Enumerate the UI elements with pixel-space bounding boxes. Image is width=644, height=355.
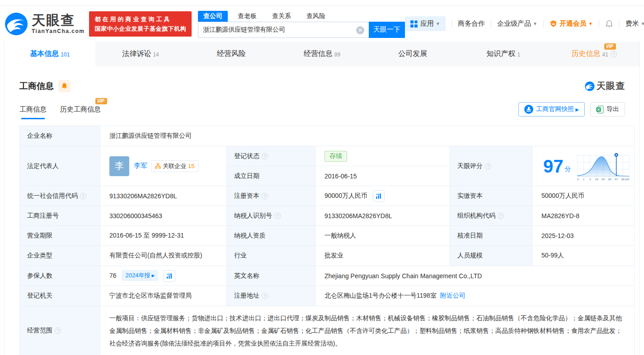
search-area: 查公司 查老板 查关系 查风险 ✕ 天眼一下	[198, 10, 405, 38]
company-name-value: 浙江鹏源供应链管理有限公司	[100, 126, 635, 146]
related-companies-badge[interactable]: 关联企业 15	[151, 160, 198, 172]
table-row: 企业名称 浙江鹏源供应链管理有限公司	[20, 126, 635, 146]
table-row: 法定代表人 李 李军 关联企业 15	[20, 146, 635, 166]
chevron-down-icon: ▼	[588, 21, 593, 26]
svg-text:0: 0	[577, 177, 578, 180]
tab-legal-proceedings[interactable]: 法律诉讼 14	[95, 42, 186, 66]
avatar[interactable]: 李	[109, 156, 129, 176]
industry-value: 批发业	[315, 246, 450, 266]
divider	[543, 20, 544, 27]
help-icon[interactable]: ?	[80, 193, 86, 199]
help-icon[interactable]: ?	[55, 327, 61, 334]
user-account-menu[interactable]: 费米 ▼	[625, 19, 644, 28]
field-label: 登记状态?	[227, 146, 315, 166]
promo-line1: 都在用的商业查询工具	[94, 14, 186, 24]
field-label: 登记机关	[20, 286, 100, 306]
taxpayer-id-value: 91330206MA2826YD8L	[315, 206, 450, 226]
search-button[interactable]: 天眼一下	[369, 22, 405, 38]
top-menu: 应用 ▼ 商务合作 企业级产品 ▼ 开通会员 ▼ 费米 ▼	[405, 16, 644, 31]
field-label: 组织机构代码?	[450, 206, 532, 226]
svg-text:100: 100	[625, 177, 630, 180]
nearby-companies-link[interactable]: 附近公司	[440, 292, 465, 299]
insured-chart-icon[interactable]	[164, 270, 175, 282]
apps-grid-icon	[410, 20, 418, 28]
apps-menu[interactable]: 应用 ▼	[405, 16, 446, 31]
stamp-icon	[524, 105, 533, 114]
subtab-history-registration[interactable]: VIP 历史工商信息	[60, 105, 101, 119]
tab-basic-info[interactable]: 基本信息 101	[5, 42, 95, 66]
insured-count-cell: 76 2024年报 ▶	[100, 266, 227, 286]
tianyancha-logo[interactable]: 天眼查 TianYanCha.com	[5, 12, 85, 36]
legal-representative-cell: 李 李军 关联企业 15	[100, 146, 227, 186]
field-label: 实缴资本	[450, 186, 532, 206]
establish-date-value: 2016-06-15	[315, 166, 450, 186]
help-icon[interactable]: ?	[485, 163, 491, 169]
field-label: 法定代表人	[20, 146, 100, 186]
field-label: 统一社会信用代码?	[20, 186, 100, 206]
registration-status-cell: 存续	[315, 146, 450, 166]
tab-company-development[interactable]: 公司发展	[367, 42, 458, 66]
help-icon[interactable]: ?	[274, 213, 281, 219]
section-header: 工商信息 天眼查	[19, 80, 625, 92]
clear-search-icon[interactable]: ✕	[356, 26, 364, 34]
chevron-down-icon: ▼	[436, 21, 440, 26]
registered-capital-cell: 90000万人民币	[315, 186, 450, 206]
watermark-logo-icon	[585, 81, 595, 91]
svg-text:99: 99	[621, 177, 624, 180]
search-tab-relation[interactable]: 查关系	[267, 11, 296, 22]
open-vip-label: 开通会员	[559, 19, 587, 28]
cooperation-link[interactable]: 商务合作	[458, 19, 485, 28]
promo-line2: 国家中小企业发展子基金旗下机构	[94, 24, 186, 33]
annual-report-badge[interactable]: 2024年报 ▶	[122, 270, 158, 281]
monitor-bell-icon[interactable]	[58, 80, 71, 92]
tab-intellectual-property[interactable]: 知识产权 1	[458, 42, 549, 66]
org-chart-icon	[155, 163, 161, 169]
business-info-table: 企业名称 浙江鹏源供应链管理有限公司 法定代表人 李 李军 关联	[19, 126, 635, 355]
enterprise-products-menu[interactable]: 企业级产品 ▼	[497, 19, 537, 28]
field-label: 成立日期	[227, 166, 315, 186]
chevron-down-icon: ▼	[533, 21, 537, 26]
search-tab-boss[interactable]: 查老板	[232, 11, 262, 22]
business-scope-value: 一般项目：供应链管理服务；货物进出口；技术进出口；进出口代理；煤炭及制品销售；木…	[100, 306, 635, 355]
official-snapshot-button[interactable]: 工商官网快照 ▶	[518, 102, 585, 117]
search-tab-company[interactable]: 查公司	[198, 11, 228, 22]
legal-representative-link[interactable]: 李军	[134, 162, 147, 170]
score-unit: 分	[565, 165, 571, 173]
search-tabs: 查公司 查老板 查关系 查风险	[198, 10, 405, 22]
subtab-business-registration[interactable]: 工商信息	[19, 105, 47, 119]
org-code-value: MA2826YD-8	[532, 206, 635, 226]
help-icon[interactable]: ?	[611, 51, 617, 57]
help-icon[interactable]: ?	[262, 293, 268, 299]
svg-text:50: 50	[602, 177, 605, 180]
tab-history-info[interactable]: VIP 历史信息 41 ?	[549, 42, 639, 66]
tab-business-info[interactable]: 经营信息 89	[277, 42, 367, 66]
search-input[interactable]	[198, 26, 348, 33]
chevron-down-icon: ▼	[641, 21, 644, 26]
notifications-bell-icon[interactable]	[605, 20, 613, 28]
table-row: 统一社会信用代码? 91330206MA2826YD8L 注册资本? 90000…	[20, 186, 635, 206]
status-badge[interactable]: 存续	[324, 151, 347, 162]
page-frame: 基本信息 101 法律诉讼 14 经营风险 经营信息 89 公司发展 知识产权 …	[4, 42, 640, 355]
field-label: 核准日期	[450, 226, 532, 246]
tianyan-score-cell[interactable]: 97 分	[532, 146, 635, 186]
field-label: 营业期限	[20, 226, 100, 246]
chevron-right-icon: ▶	[151, 273, 155, 278]
apps-label: 应用	[420, 19, 434, 28]
export-button[interactable]: 导出	[590, 102, 625, 117]
capital-chart-icon[interactable]	[373, 190, 385, 202]
field-label: 企业类型	[20, 246, 100, 266]
search-tab-risk[interactable]: 查风险	[301, 11, 331, 22]
staff-size-value: 50-99人	[532, 246, 635, 266]
logo-domain: TianYanCha.com	[32, 28, 85, 34]
english-name-value: Zhejiang Pengyuan Supply Chain Managemen…	[315, 266, 635, 286]
company-nav-tabs: 基本信息 101 法律诉讼 14 经营风险 经营信息 89 公司发展 知识产权 …	[5, 42, 639, 66]
username: 费米	[625, 19, 639, 28]
tab-business-risk[interactable]: 经营风险	[186, 42, 277, 66]
watermark-logo: 天眼查	[585, 80, 625, 92]
field-label: 注册地址?	[227, 286, 315, 306]
help-icon[interactable]: ?	[498, 213, 504, 219]
field-label: 纳税人识别号?	[227, 206, 315, 226]
help-icon[interactable]: ?	[262, 193, 268, 199]
help-icon[interactable]: ?	[262, 153, 268, 159]
open-vip-menu[interactable]: 开通会员 ▼	[550, 19, 593, 28]
